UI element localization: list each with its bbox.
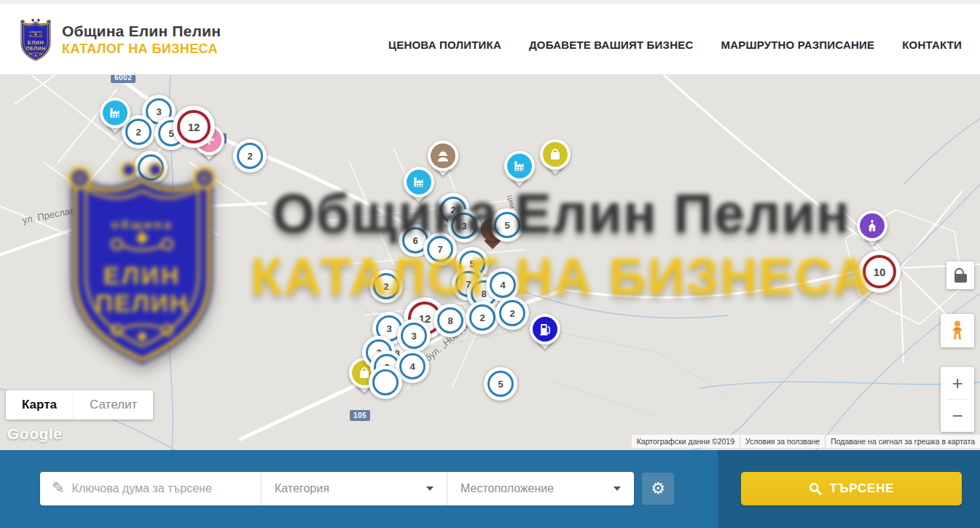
search-settings-button[interactable]: ⚙ — [642, 473, 674, 505]
brand-text: Община Елин Пелин КАТАЛОГ НА БИЗНЕСА — [62, 23, 221, 57]
pegman-icon — [948, 320, 967, 342]
search-icon — [809, 482, 822, 495]
zoom-in-button[interactable]: + — [941, 367, 974, 399]
chevron-down-icon — [614, 486, 621, 491]
factory-pin[interactable] — [504, 151, 535, 181]
cluster-marker[interactable]: 2 — [233, 139, 267, 173]
nav-route-schedule[interactable]: МАРШРУТНО РАЗПИСАНИЕ — [721, 39, 874, 51]
cluster-count: 10 — [863, 255, 896, 288]
shopping-bag-icon — [547, 146, 563, 162]
factory-pin[interactable] — [100, 98, 130, 128]
attribution-terms-link[interactable]: Условия за ползване — [740, 435, 825, 448]
main-nav: ЦЕНОВА ПОЛИТИКА ДОБАВЕТЕ ВАШИЯТ БИЗНЕС М… — [388, 28, 962, 51]
cluster-marker[interactable] — [134, 151, 168, 184]
cluster-marker[interactable]: 5 — [490, 208, 524, 242]
map-type-satellite-button[interactable]: Сателит — [73, 390, 153, 419]
zoom-out-button[interactable]: − — [941, 400, 974, 432]
keyword-field: ✎ — [40, 472, 261, 505]
municipality-coat-of-arms-logo — [18, 17, 53, 62]
pencil-icon: ✎ — [52, 479, 65, 497]
page: Община Елин Пелин КАТАЛОГ НА БИЗНЕСА ЦЕН… — [0, 0, 980, 528]
street-view-lock-button[interactable] — [946, 261, 974, 289]
cluster-marker[interactable]: 3 — [397, 319, 431, 352]
cluster-marker[interactable]: 10 — [858, 251, 901, 293]
shopping-pin[interactable] — [540, 139, 571, 170]
factory-icon — [107, 105, 123, 121]
cluster-count: 7 — [427, 236, 453, 262]
cluster-count: 5 — [494, 212, 520, 238]
map-canvas[interactable]: ул. Преслав бул. „Новосел ции 6002 105 3… — [0, 75, 980, 450]
zoom-control: + − — [941, 367, 974, 432]
cluster-marker[interactable]: 2 — [369, 269, 403, 303]
factory-pin[interactable] — [404, 167, 434, 197]
cluster-marker[interactable] — [369, 366, 402, 399]
cluster-count: 2 — [373, 273, 399, 299]
worker-pin[interactable] — [428, 141, 458, 171]
gear-icon: ⚙ — [651, 481, 665, 497]
map-type-control: Карта Сателит — [6, 390, 153, 419]
nav-pricing-policy[interactable]: ЦЕНОВА ПОЛИТИКА — [388, 39, 501, 51]
map-attribution: Картографски данни ©2019 Условия за полз… — [632, 435, 980, 448]
cluster-count: 2 — [469, 304, 495, 331]
fuel-pump-icon — [537, 321, 553, 337]
search-group: ✎ Категория Местоположение — [40, 472, 634, 505]
cluster-count: 2 — [237, 143, 263, 169]
cluster-marker[interactable]: 2 — [495, 296, 529, 330]
keyword-search-input[interactable] — [72, 482, 252, 495]
chevron-down-icon — [426, 486, 434, 491]
cluster-count: 3 — [451, 213, 477, 239]
church-icon — [864, 218, 880, 234]
map-type-map-button[interactable]: Карта — [6, 390, 73, 419]
lock-icon — [954, 268, 967, 283]
cluster-marker[interactable]: 7 — [423, 232, 457, 266]
cluster-marker[interactable]: 5 — [484, 367, 517, 401]
factory-icon — [411, 174, 427, 190]
cluster-count — [138, 154, 164, 181]
cluster-marker[interactable]: 2 — [466, 301, 499, 334]
fuel-pin[interactable] — [530, 314, 560, 344]
cluster-count: 4 — [490, 272, 516, 298]
search-button[interactable]: ТЪРСЕНЕ — [741, 472, 962, 505]
attribution-report-link[interactable]: Подаване на сигнал за грешка в картата — [825, 435, 980, 448]
nav-contacts[interactable]: КОНТАКТИ — [902, 39, 962, 51]
search-button-label: ТЪРСЕНЕ — [830, 481, 895, 496]
cluster-count: 12 — [177, 110, 211, 143]
cluster-count: 3 — [401, 323, 427, 349]
brand-subtitle: КАТАЛОГ НА БИЗНЕСА — [62, 42, 221, 57]
cluster-marker[interactable]: 8 — [434, 304, 467, 337]
cluster-count: 8 — [437, 307, 463, 334]
nav-add-your-business[interactable]: ДОБАВЕТЕ ВАШИЯТ БИЗНЕС — [529, 39, 693, 51]
google-logo[interactable]: Google — [7, 425, 62, 443]
brand-title: Община Елин Пелин — [62, 23, 221, 40]
attribution-copyright: Картографски данни ©2019 — [632, 435, 740, 448]
worker-icon — [435, 148, 451, 164]
church-pin[interactable] — [857, 210, 887, 241]
cluster-count — [372, 369, 399, 395]
cluster-marker[interactable]: 12 — [173, 106, 215, 148]
factory-icon — [511, 158, 528, 174]
cluster-count: 4 — [399, 353, 426, 379]
search-bar: ✎ Категория Местоположение ⚙ ТЪРСЕНЕ — [0, 450, 980, 528]
cluster-count: 2 — [499, 300, 525, 326]
pegman-button[interactable] — [941, 314, 974, 347]
cluster-count: 5 — [487, 371, 514, 397]
category-dropdown-label: Категория — [275, 482, 329, 495]
location-dropdown-label: Местоположение — [460, 482, 554, 495]
brand[interactable]: Община Елин Пелин КАТАЛОГ НА БИЗНЕСА — [18, 17, 221, 62]
header: Община Елин Пелин КАТАЛОГ НА БИЗНЕСА ЦЕН… — [0, 0, 980, 75]
location-dropdown[interactable]: Местоположение — [447, 472, 634, 505]
category-dropdown[interactable]: Категория — [261, 472, 447, 505]
